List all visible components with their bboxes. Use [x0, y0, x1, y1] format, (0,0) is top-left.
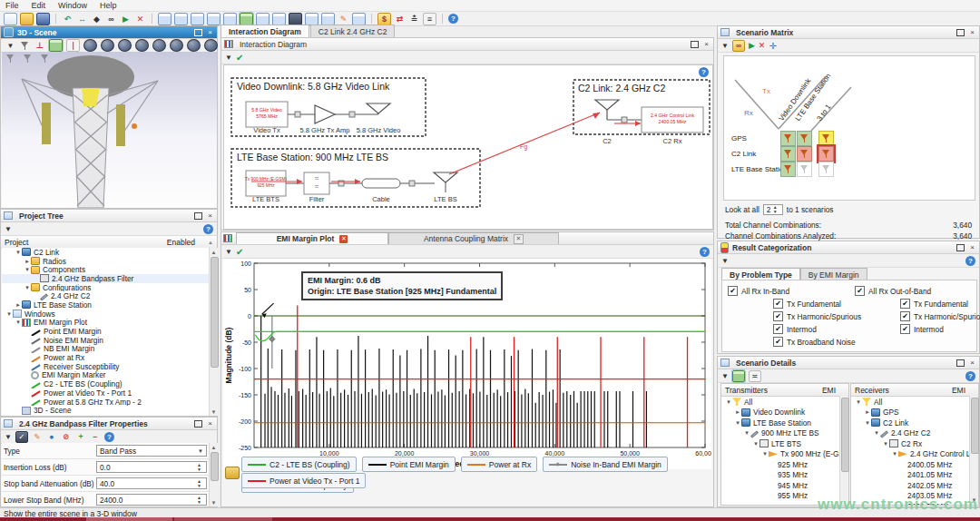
checkbox-tx-harmonic-spurious[interactable]: ✔Tx Harmonic/Spurious [900, 311, 980, 321]
validate-icon[interactable]: ✓ [15, 431, 28, 443]
help-icon[interactable]: ? [699, 67, 709, 77]
help-icon[interactable]: ? [203, 224, 213, 234]
scroll-down-icon[interactable]: ▼ [210, 498, 218, 506]
antenna-small-icon[interactable] [20, 41, 30, 51]
matrix-cell-lte-base-station-0[interactable] [780, 162, 796, 177]
edit-pencil-icon[interactable]: ✎ [32, 432, 43, 442]
save-icon[interactable] [36, 13, 50, 25]
tree-row[interactable]: ▾All• [851, 397, 978, 408]
view-menu-icon[interactable]: ▼ [5, 40, 16, 51]
close-icon[interactable]: × [206, 211, 214, 220]
project-tree-scrollbar[interactable]: ▲ ▼ [209, 248, 218, 416]
antenna-icon[interactable] [23, 54, 33, 64]
tree-row[interactable]: ▾2.4 GHz Control Link• [851, 449, 978, 460]
dropdown-arrow-icon[interactable]: ▼ [721, 257, 729, 265]
antenna-icon[interactable] [40, 54, 50, 64]
close-icon[interactable]: × [206, 28, 214, 36]
help-icon[interactable]: ? [965, 256, 975, 266]
matrix-cell-lte-base-station-1[interactable] [797, 162, 812, 177]
window-layout-5-icon[interactable] [223, 13, 237, 25]
tab-antenna-coupling-matrix[interactable]: Antenna Coupling Matrix ✕ [388, 232, 559, 244]
tree-row[interactable]: 935 MHz• [721, 470, 848, 481]
project-tree-titlebar[interactable]: Project Tree × [1, 210, 217, 222]
legend-item[interactable]: Point EMI Margin [362, 457, 456, 472]
close-tab-icon[interactable]: ✕ [514, 234, 524, 244]
tree-row[interactable]: Power at Rx [2, 353, 209, 362]
lock-icon[interactable] [225, 467, 240, 479]
checkbox-tx-fundamental[interactable]: ✔Tx Fundamental [900, 299, 968, 309]
3d-scene-titlebar[interactable]: 3D - Scene × [1, 26, 217, 39]
dropdown-arrow-icon[interactable]: ▼ [5, 433, 12, 441]
tree-row[interactable]: 2401.05 MHz• [851, 470, 978, 481]
remove-icon[interactable]: ⊘ [61, 432, 72, 442]
transmitters-scrollbar[interactable] [839, 396, 848, 504]
tab-by-emi-margin[interactable]: By EMI Margin [800, 268, 867, 280]
property-value-field[interactable]: 0.0▲▼ [96, 461, 207, 473]
tree-row[interactable]: ▾All• [721, 397, 848, 408]
scenario-details-titlebar[interactable]: Scenario Details × [718, 357, 979, 369]
window-layout-1-icon[interactable] [158, 13, 172, 25]
tree-row[interactable]: ▸Radios [2, 257, 209, 266]
view-orbit-2-icon[interactable] [101, 39, 114, 52]
close-icon[interactable]: × [968, 28, 976, 36]
tree-row[interactable]: 3D - Scene [2, 406, 209, 415]
scenario-matrix-titlebar[interactable]: Scenario Matrix × [718, 26, 979, 39]
checkbox-all-rx-out-of-band[interactable]: ✔All Rx Out-of-Band [855, 286, 931, 296]
tree-row[interactable]: 2402.05 MHz• [851, 480, 978, 491]
window-layout-6-icon[interactable] [256, 13, 270, 25]
window-layout-active-icon[interactable] [240, 13, 253, 25]
dropdown-arrow-icon[interactable]: ▼ [721, 372, 729, 380]
column-enabled[interactable]: Enabled [167, 238, 208, 247]
3d-viewport[interactable] [2, 52, 217, 208]
tree-row[interactable]: EMI Margin Marker [2, 371, 209, 380]
view-orbit-7-icon[interactable] [187, 39, 201, 52]
tree-row[interactable]: ▾LTE Base Station• [721, 418, 848, 428]
float-icon[interactable] [956, 28, 965, 36]
redo-icon[interactable]: ↔ [76, 14, 88, 25]
close-tab-icon[interactable]: ✕ [339, 235, 348, 243]
results-icon[interactable]: $ [377, 13, 391, 25]
tree-row[interactable]: C2 - LTE BS (Coupling) [2, 379, 209, 388]
scroll-down-icon[interactable]: ▼ [210, 408, 218, 416]
tree-row[interactable]: 925 MHz• [721, 459, 848, 470]
matrix-cell-c2-link-0[interactable] [780, 146, 796, 162]
tree-row[interactable]: ▸GPS• [851, 408, 978, 418]
ruler-icon[interactable]: ∣ [66, 39, 80, 52]
window-layout-10-icon[interactable] [352, 13, 366, 25]
tree-row[interactable]: ▸LTE Base Station [2, 300, 209, 310]
properties-scrollbar[interactable]: ▲ ▼ [209, 443, 218, 506]
transmitters-header[interactable]: Transmitters [725, 386, 768, 395]
legend-item[interactable]: ◆Noise In-Band EMI Margin [543, 457, 668, 472]
search-scenarios-icon[interactable]: ∞ [732, 40, 745, 52]
tab-by-problem-type[interactable]: By Problem Type [721, 268, 800, 280]
tree-row[interactable]: 945 MHz• [721, 480, 848, 491]
tab-emi-margin-plot[interactable]: EMI Margin Plot ✕ [236, 232, 388, 244]
menu-window[interactable]: Window [58, 1, 87, 10]
add-row-icon[interactable]: + [75, 432, 86, 442]
tree-row[interactable]: ▾C2 Rx• [851, 438, 978, 449]
tree-row[interactable]: ▾Components [2, 265, 209, 274]
tree-row[interactable]: ▾Windows [2, 310, 209, 319]
matrix-cell-gps-1[interactable] [797, 131, 812, 146]
dropdown-arrow-icon[interactable]: ▼ [225, 248, 232, 256]
float-icon[interactable] [194, 211, 202, 220]
antenna-icon[interactable] [5, 54, 15, 64]
checkbox-all-rx-in-band[interactable]: ✔All Rx In-Band [728, 286, 789, 296]
run-sweep-icon[interactable]: ◆ [91, 14, 103, 25]
tree-row[interactable]: ▾C2 Link [2, 248, 209, 257]
close-icon[interactable]: × [968, 243, 976, 251]
checkbox-tx-broadband-noise[interactable]: ✔Tx Broadband Noise [773, 337, 856, 347]
window-layout-2-icon[interactable] [174, 13, 188, 25]
tree-row[interactable]: Power at 5.8 GHz Tx Amp - 2 [2, 398, 209, 407]
run-icon[interactable]: ▶ [749, 41, 755, 50]
tree-row[interactable]: Point EMI Margin [2, 327, 209, 336]
plot-area[interactable]: 100500-50-100-150-200-25010,00020,00030,… [223, 259, 711, 469]
window-layout-9-icon[interactable] [321, 13, 335, 25]
checkbox-tx-harmonic-spurious[interactable]: ✔Tx Harmonic/Spurious [773, 311, 861, 321]
view-orbit-6-icon[interactable] [170, 39, 183, 52]
menu-edit[interactable]: Edit [32, 1, 46, 10]
tree-row[interactable]: ▸Video Downlink• [721, 408, 848, 418]
result-categorization-titlebar[interactable]: Result Categorization × [718, 241, 979, 254]
emi-column-header[interactable]: EMI [822, 386, 845, 395]
property-value-field[interactable]: 2400.0▲▼ [96, 494, 207, 506]
